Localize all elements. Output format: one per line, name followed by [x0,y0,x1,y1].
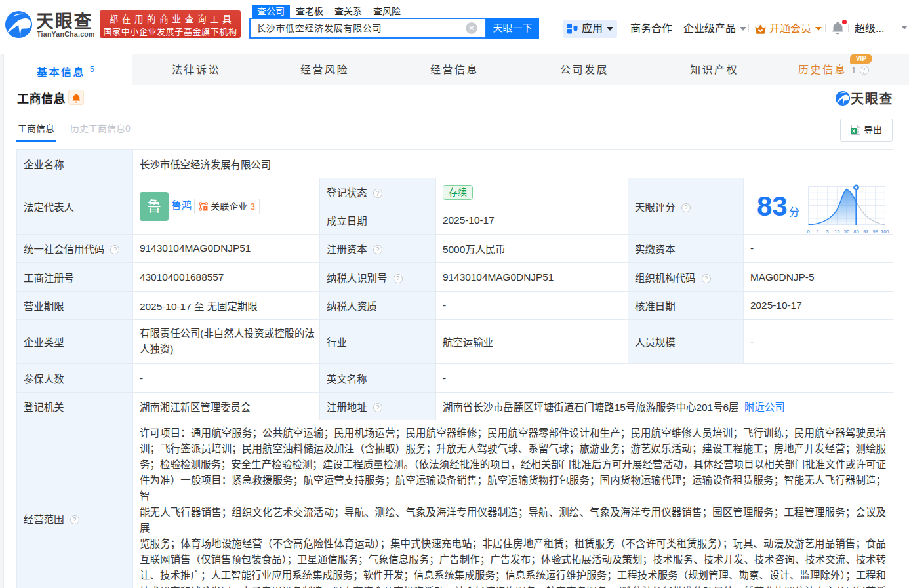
svg-text:100: 100 [881,229,889,235]
svg-text:97: 97 [863,229,868,235]
svg-text:3: 3 [826,229,829,235]
svg-text:1: 1 [817,229,819,235]
svg-text:15: 15 [834,229,839,235]
svg-text:85: 85 [853,229,859,235]
svg-text:50: 50 [844,229,849,235]
svg-text:99: 99 [873,229,878,235]
svg-text:0: 0 [807,229,809,235]
